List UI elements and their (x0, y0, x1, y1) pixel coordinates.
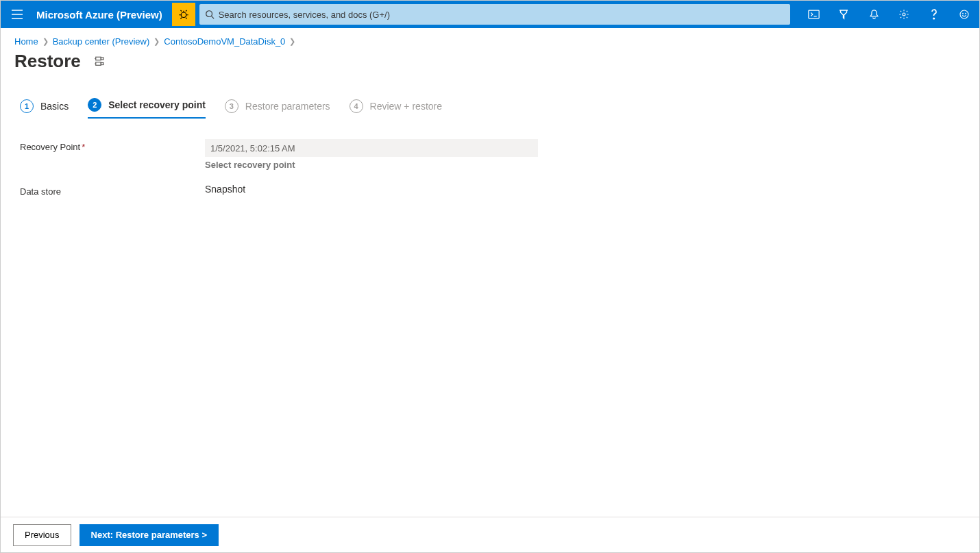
form-area: Recovery Point* 1/5/2021, 5:02:15 AM Sel… (1, 119, 979, 517)
tab-step-number: 2 (88, 98, 101, 112)
bell-icon (869, 9, 879, 20)
help-button[interactable] (919, 1, 949, 28)
breadcrumb: Home ❯ Backup center (Preview) ❯ Contoso… (1, 28, 979, 49)
header-actions (798, 1, 979, 28)
page-title: Restore (14, 51, 81, 72)
tab-step-number: 1 (20, 99, 34, 113)
svg-point-6 (963, 13, 964, 14)
svg-rect-9 (101, 58, 103, 60)
row-recovery-point: Recovery Point* 1/5/2021, 5:02:15 AM Sel… (20, 139, 960, 170)
svg-rect-2 (808, 10, 818, 19)
search-box[interactable] (199, 4, 790, 25)
top-bar: Microsoft Azure (Preview) (1, 1, 979, 28)
tab-label: Restore parameters (245, 101, 330, 112)
pin-icon (93, 56, 106, 68)
svg-point-0 (181, 12, 186, 18)
gear-icon (898, 9, 909, 20)
breadcrumb-item-home[interactable]: Home (14, 36, 38, 47)
menu-button[interactable] (1, 1, 34, 28)
svg-point-1 (206, 11, 212, 17)
bug-icon (177, 8, 190, 21)
select-recovery-point-link[interactable]: Select recovery point (205, 157, 538, 170)
pin-button[interactable] (93, 56, 106, 68)
title-row: Restore (1, 49, 979, 79)
data-store-label: Data store (20, 184, 205, 197)
svg-point-5 (960, 10, 968, 19)
tab-review-restore: 4 Review + restore (350, 99, 442, 119)
chevron-right-icon: ❯ (154, 37, 160, 46)
feedback-button[interactable] (949, 1, 979, 28)
chevron-right-icon: ❯ (42, 37, 49, 46)
svg-point-7 (966, 13, 966, 14)
chevron-right-icon: ❯ (289, 37, 295, 46)
recovery-point-label: Recovery Point* (20, 139, 205, 152)
svg-rect-11 (101, 62, 103, 64)
svg-rect-8 (96, 57, 101, 60)
filter-icon (838, 9, 849, 20)
next-button[interactable]: Next: Restore parameters > (79, 524, 219, 546)
data-store-value: Snapshot (205, 184, 538, 195)
brand-title[interactable]: Microsoft Azure (Preview) (34, 9, 172, 21)
settings-button[interactable] (889, 1, 919, 28)
smiley-icon (959, 9, 970, 20)
wizard-footer: Previous Next: Restore parameters > (1, 517, 979, 552)
help-icon (931, 9, 938, 20)
breadcrumb-item-backup-center[interactable]: Backup center (Preview) (53, 36, 150, 47)
row-data-store: Data store Snapshot (20, 184, 960, 197)
directory-filter-button[interactable] (829, 1, 859, 28)
tab-basics[interactable]: 1 Basics (20, 99, 69, 119)
preview-toggle-button[interactable] (172, 3, 195, 26)
previous-button[interactable]: Previous (13, 524, 71, 546)
tab-select-recovery-point[interactable]: 2 Select recovery point (88, 98, 206, 119)
tab-step-number: 3 (225, 99, 238, 113)
breadcrumb-item-resource[interactable]: ContosoDemoVM_DataDisk_0 (164, 36, 285, 47)
recovery-point-field[interactable]: 1/5/2021, 5:02:15 AM (205, 139, 538, 157)
svg-rect-10 (96, 62, 101, 65)
cloud-shell-button[interactable] (798, 1, 829, 28)
search-icon (205, 10, 215, 19)
svg-point-4 (933, 18, 935, 19)
tab-restore-parameters: 3 Restore parameters (225, 99, 330, 119)
search-input[interactable] (215, 10, 785, 20)
page-body: Home ❯ Backup center (Preview) ❯ Contoso… (1, 28, 979, 552)
hamburger-icon (12, 10, 23, 19)
required-asterisk: * (82, 142, 85, 152)
tab-label: Basics (40, 101, 69, 112)
svg-point-3 (903, 13, 905, 16)
tab-label: Select recovery point (108, 99, 206, 110)
wizard-tabs: 1 Basics 2 Select recovery point 3 Resto… (1, 79, 979, 119)
notifications-button[interactable] (859, 1, 889, 28)
tab-label: Review + restore (370, 101, 442, 112)
cloud-shell-icon (808, 10, 820, 19)
tab-step-number: 4 (350, 99, 363, 113)
